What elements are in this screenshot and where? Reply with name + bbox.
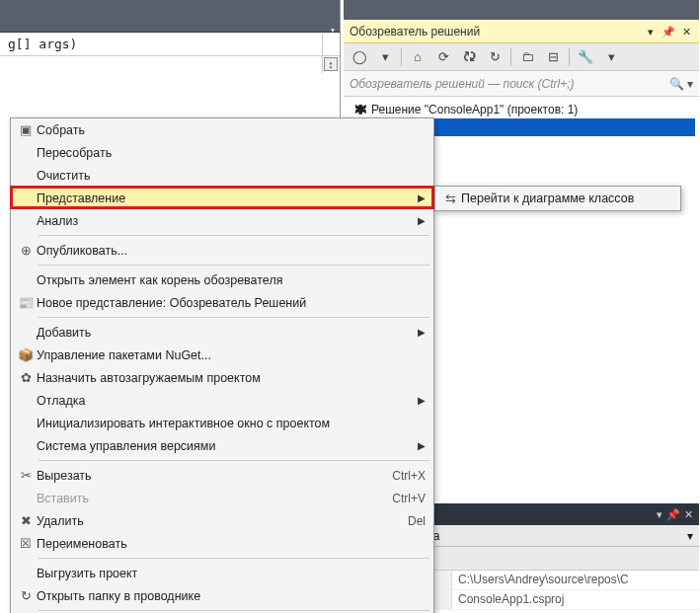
highlight-box [10,186,434,209]
submenu-arrow-icon: ▶ [418,440,426,451]
context-item[interactable]: ☒Переименовать [11,532,433,555]
code-line[interactable]: g[] args) [0,33,340,56]
context-item[interactable]: ▣Собрать [11,118,433,141]
solution-explorer-header: Обозреватель решений ▾ 📌 ✕ [344,20,699,43]
menu-icon: ☒ [15,536,37,551]
menu-icon: ✿ [15,370,37,385]
submenu-item-class-diagram[interactable]: ⇆ Перейти к диаграмме классов [435,187,680,210]
panel-menu-icon[interactable]: ▾ [644,25,658,38]
context-item[interactable]: Инициализировать интерактивное окно с пр… [11,412,433,434]
context-item-label: Добавить [37,326,410,340]
submenu-item-label: Перейти к диаграмме классов [461,192,672,205]
context-item-label: Пересобрать [37,146,426,160]
dropdown-icon[interactable]: ▾ [687,529,693,543]
context-item[interactable]: Отладка▶ [11,389,433,412]
menu-icon: 📦 [15,347,37,362]
context-item[interactable]: Анализ▶ [11,209,433,232]
property-val: C:\Users\Andrey\source\repos\C [452,571,699,590]
context-item-label: Управление пакетами NuGet... [37,348,426,362]
shortcut: Del [408,514,426,528]
context-item-label: Инициализировать интерактивное окно с пр… [37,417,426,430]
solution-root-label: Решение "ConsoleApp1" (проектов: 1) [371,103,578,116]
context-item[interactable]: Добавить▶ [11,321,433,344]
fwd-icon[interactable]: ▾ [375,47,395,67]
menu-icon: ✖ [15,513,37,528]
panel-menu-icon[interactable]: ▾ [657,508,662,521]
context-item[interactable]: ↻Открыть папку в проводнике [11,584,433,607]
collapse-handle-icon[interactable]: ↕ [324,57,338,71]
context-item-label: Открыть папку в проводнике [37,589,426,603]
menu-icon: ↻ [15,588,37,603]
pin-icon[interactable]: 📌 [666,508,680,521]
context-item-label: Очистить [37,169,426,183]
context-item-label: Система управления версиями [37,439,410,453]
context-item-label: Новое представление: Обозреватель Решени… [37,296,426,310]
home-icon[interactable]: ⌂ [408,47,428,67]
collapse-all-icon[interactable]: ⊟ [543,47,563,67]
solution-explorer-title: Обозреватель решений [350,25,644,38]
search-icon[interactable]: 🔍 ▾ [669,77,693,91]
context-item-label: Переименовать [37,537,426,551]
pin-icon[interactable]: 📌 [661,25,675,38]
class-diagram-icon: ⇆ [439,192,461,206]
context-item[interactable]: ✖УдалитьDel [11,509,433,532]
menu-icon: 📰 [15,295,37,310]
context-item[interactable]: 📦Управление пакетами NuGet... [11,344,433,366]
submenu-arrow-icon: ▶ [418,215,426,226]
context-item-label: Анализ [37,214,410,228]
context-item-label: Удалить [37,514,408,528]
context-item-label: Вырезать [37,469,392,483]
shortcut: Ctrl+X [392,469,426,483]
context-item-label: Выгрузить проект [37,567,426,580]
menu-icon: ⊕ [15,243,37,258]
context-item-label: Вставить [37,492,392,505]
context-item-label: Собрать [37,123,426,137]
context-item-label: Опубликовать... [37,244,426,258]
submenu-arrow-icon: ▶ [418,327,426,338]
solution-icon: 🞹 [353,104,367,115]
show-all-icon[interactable]: 🗀 [517,47,537,67]
context-item[interactable]: ⊕Опубликовать... [11,239,433,262]
context-item[interactable]: Система управления версиями▶ [11,434,433,457]
context-item[interactable]: Очистить [11,164,433,187]
context-item[interactable]: ✂ВырезатьCtrl+X [11,464,433,487]
context-item-label: Открыть элемент как корень обозревателя [37,273,426,287]
expand-icon[interactable]: ⟳ [433,47,453,67]
editor-top-bar: ▾ [0,0,340,33]
context-item[interactable]: ✿Назначить автозагружаемым проектом [11,366,433,389]
menu-icon: ▣ [15,122,37,137]
close-icon[interactable]: ✕ [684,508,693,521]
context-item[interactable]: Открыть элемент как корень обозревателя [11,268,433,291]
search-placeholder: Обозреватель решений — поиск (Ctrl+;) [350,77,575,91]
wrench-icon[interactable]: 🔧 [576,47,595,67]
view-submenu[interactable]: ⇆ Перейти к диаграмме классов [434,186,681,211]
more-icon[interactable]: ▾ [601,47,621,67]
context-item[interactable]: ВставитьCtrl+V [11,487,433,509]
context-item-label: Отладка [37,394,410,408]
context-item[interactable]: 📰Новое представление: Обозреватель Решен… [11,291,433,314]
menu-icon: ✂ [15,468,37,483]
top-dark-bar [344,0,699,20]
solution-root[interactable]: 🞹 Решение "ConsoleApp1" (проектов: 1) [348,101,695,118]
back-icon[interactable]: ◯ [350,47,369,67]
context-item-label: Назначить автозагружаемым проектом [37,371,426,385]
shortcut: Ctrl+V [392,492,426,505]
solution-search-input[interactable]: Обозреватель решений — поиск (Ctrl+;) 🔍 … [344,71,699,97]
context-item[interactable]: Выгрузить проект [11,562,433,584]
submenu-arrow-icon: ▶ [418,395,426,406]
property-val: ConsoleApp1.csproj [452,590,699,610]
sync-icon[interactable]: 🗘 [459,47,479,67]
refresh-icon[interactable]: ↻ [485,47,505,67]
close-icon[interactable]: ✕ [679,25,693,38]
context-item[interactable]: Пересобрать [11,141,433,164]
solution-explorer-toolbar: ◯ ▾ ⌂ ⟳ 🗘 ↻ 🗀 ⊟ 🔧 ▾ [344,43,699,71]
